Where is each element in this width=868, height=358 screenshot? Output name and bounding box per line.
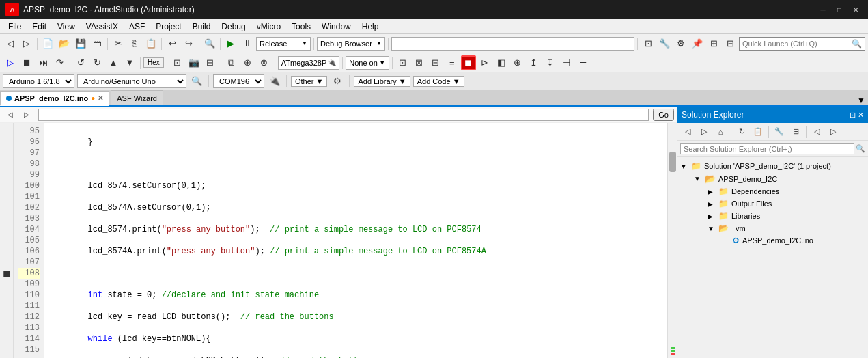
menu-file[interactable]: File bbox=[3, 19, 27, 34]
tab-scroll-arrow[interactable]: ▼ bbox=[857, 96, 865, 105]
menu-help[interactable]: Help bbox=[356, 19, 384, 34]
hex-badge[interactable]: Hex bbox=[143, 57, 164, 68]
tb-open[interactable]: 📂 bbox=[57, 36, 72, 51]
tree-project[interactable]: ▼ 📂 APSP_demo_I2C bbox=[677, 172, 868, 185]
tree-expand-project[interactable]: ▼ bbox=[694, 175, 702, 182]
se-tb-right[interactable]: ▷ bbox=[826, 124, 841, 139]
menu-edit[interactable]: Edit bbox=[27, 19, 52, 34]
tb2-c9[interactable]: ↥ bbox=[527, 55, 542, 70]
tb3-port-icon[interactable]: 🔌 bbox=[267, 74, 282, 89]
arduino-version-select[interactable]: Arduino 1.6/1.8 bbox=[3, 74, 74, 88]
board-select[interactable]: Arduino/Genuino Uno bbox=[77, 74, 186, 88]
tb-r4[interactable]: 📌 bbox=[690, 36, 705, 51]
tb-copy[interactable]: ⎘ bbox=[127, 36, 142, 51]
tree-output[interactable]: ▶ 📁 Output Files bbox=[677, 197, 868, 210]
tree-dependencies[interactable]: ▶ 📁 Dependencies bbox=[677, 185, 868, 197]
tb2-mem2[interactable]: ⊕ bbox=[240, 55, 255, 70]
tb-forward[interactable]: ▷ bbox=[19, 36, 34, 51]
se-tb-forward[interactable]: ▷ bbox=[697, 124, 712, 139]
tb-start[interactable]: ▶ bbox=[223, 36, 238, 51]
tree-solution[interactable]: ▼ 📁 Solution 'APSP_demo_I2C' (1 project) bbox=[677, 160, 868, 172]
tb2-next[interactable]: ↷ bbox=[52, 55, 67, 70]
tb2-run[interactable]: ▷ bbox=[3, 55, 18, 70]
port-select[interactable]: COM196 bbox=[213, 74, 264, 88]
tb2-mem1[interactable]: ⧉ bbox=[224, 55, 239, 70]
tb2-c3[interactable]: ⊟ bbox=[428, 55, 443, 70]
tree-expand-solution[interactable]: ▼ bbox=[680, 163, 688, 170]
quick-launch-input[interactable] bbox=[742, 40, 852, 48]
code-search-input[interactable] bbox=[42, 111, 645, 119]
tb-save-all[interactable]: 🗃 bbox=[89, 36, 104, 51]
tb2-c4[interactable]: ≡ bbox=[445, 55, 460, 70]
tab-main-file[interactable]: APSP_demo_I2C.ino ● ✕ bbox=[0, 91, 109, 106]
menu-vmicro[interactable]: vMicro bbox=[251, 19, 286, 34]
tb-new[interactable]: 📄 bbox=[40, 36, 55, 51]
menu-asf[interactable]: ASF bbox=[124, 19, 150, 34]
code-nav-back[interactable]: ◁ bbox=[3, 107, 18, 122]
tb2-stop[interactable]: ⏹ bbox=[19, 55, 34, 70]
tb2-c7[interactable]: ◧ bbox=[494, 55, 509, 70]
menu-view[interactable]: View bbox=[52, 19, 81, 34]
tb-r5[interactable]: ⊞ bbox=[706, 36, 721, 51]
menu-debug[interactable]: Debug bbox=[216, 19, 251, 34]
se-dock-btn[interactable]: ⊡ bbox=[850, 111, 856, 120]
menu-vassistx[interactable]: VAssistX bbox=[81, 19, 124, 34]
tb-r3[interactable]: ⚙ bbox=[673, 36, 688, 51]
toolbar-search-input[interactable] bbox=[395, 40, 631, 48]
tree-expand-lib[interactable]: ▶ bbox=[708, 212, 716, 220]
tree-expand-vm[interactable]: ▼ bbox=[708, 225, 716, 232]
tb2-mem3[interactable]: ⊗ bbox=[257, 55, 272, 70]
se-search-input[interactable] bbox=[680, 143, 854, 154]
tb-r1[interactable]: ⊡ bbox=[641, 36, 656, 51]
tb2-c5[interactable]: ◼ bbox=[461, 55, 476, 70]
tb2-c10[interactable]: ↧ bbox=[543, 55, 558, 70]
quick-launch[interactable]: 🔍 bbox=[739, 37, 865, 51]
tb3-gear[interactable]: ⚙ bbox=[330, 74, 345, 89]
tb2-c12[interactable]: ⊢ bbox=[576, 55, 591, 70]
tb-back[interactable]: ◁ bbox=[3, 36, 18, 51]
se-tb-home[interactable]: ⌂ bbox=[713, 124, 728, 139]
tb-search[interactable]: 🔍 bbox=[202, 36, 217, 51]
tree-ino-file[interactable]: ⚙ APSP_demo_I2C.ino bbox=[677, 234, 868, 247]
tb-cut[interactable]: ✂ bbox=[111, 36, 126, 51]
tb-undo[interactable]: ↩ bbox=[165, 36, 180, 51]
se-tb-refresh[interactable]: ↻ bbox=[734, 124, 749, 139]
se-tb-back[interactable]: ◁ bbox=[680, 124, 695, 139]
menu-tools[interactable]: Tools bbox=[286, 19, 316, 34]
tb-redo[interactable]: ↪ bbox=[181, 36, 196, 51]
add-code-btn[interactable]: Add Code ▼ bbox=[413, 76, 464, 87]
release-dropdown[interactable]: Release ▼ bbox=[256, 37, 311, 51]
tb2-reset[interactable]: ↺ bbox=[73, 55, 88, 70]
atmega-badge[interactable]: ATmega328P 🔌 bbox=[278, 56, 339, 70]
menu-project[interactable]: Project bbox=[150, 19, 186, 34]
tb-r6[interactable]: ⊟ bbox=[723, 36, 738, 51]
tab-asf-wizard[interactable]: ASF Wizard bbox=[111, 90, 163, 105]
tb2-c2[interactable]: ⊠ bbox=[412, 55, 427, 70]
tree-vm[interactable]: ▼ 📂 _vm bbox=[677, 222, 868, 234]
tb2-b2[interactable]: 📷 bbox=[186, 55, 201, 70]
tree-expand-dep[interactable]: ▶ bbox=[708, 188, 716, 195]
tb2-c11[interactable]: ⊣ bbox=[559, 55, 574, 70]
se-tb-props[interactable]: 📋 bbox=[751, 124, 766, 139]
tb2-b1[interactable]: ⊡ bbox=[170, 55, 185, 70]
se-tb-filter[interactable]: 🔧 bbox=[772, 124, 787, 139]
tb3-search[interactable]: 🔍 bbox=[189, 74, 204, 89]
scrollbar-right[interactable] bbox=[667, 123, 677, 358]
se-tb-minus[interactable]: ⊟ bbox=[788, 124, 803, 139]
tb2-b3[interactable]: ⊟ bbox=[203, 55, 218, 70]
menu-window[interactable]: Window bbox=[316, 19, 356, 34]
tb2-refresh[interactable]: ↻ bbox=[89, 55, 104, 70]
go-button[interactable]: Go bbox=[653, 109, 674, 121]
tb2-download[interactable]: ▼ bbox=[122, 55, 137, 70]
debug-browser-dropdown[interactable]: Debug Browser ▼ bbox=[317, 37, 385, 51]
tab-close-btn[interactable]: ✕ bbox=[98, 94, 103, 102]
add-library-btn[interactable]: Add Library ▼ bbox=[354, 76, 410, 87]
tb-r2[interactable]: 🔧 bbox=[657, 36, 672, 51]
tb-pause[interactable]: ⏸ bbox=[240, 36, 255, 51]
tb-save[interactable]: 💾 bbox=[73, 36, 88, 51]
code-content[interactable]: } lcd_8574.setCursor(0,1); lcd_8574A.set… bbox=[44, 123, 667, 358]
close-button[interactable]: ✕ bbox=[849, 3, 863, 16]
tb2-c8[interactable]: ⊕ bbox=[510, 55, 525, 70]
tree-libraries[interactable]: ▶ 📁 Libraries bbox=[677, 210, 868, 222]
noneon-badge[interactable]: None on ▼ bbox=[346, 56, 389, 70]
